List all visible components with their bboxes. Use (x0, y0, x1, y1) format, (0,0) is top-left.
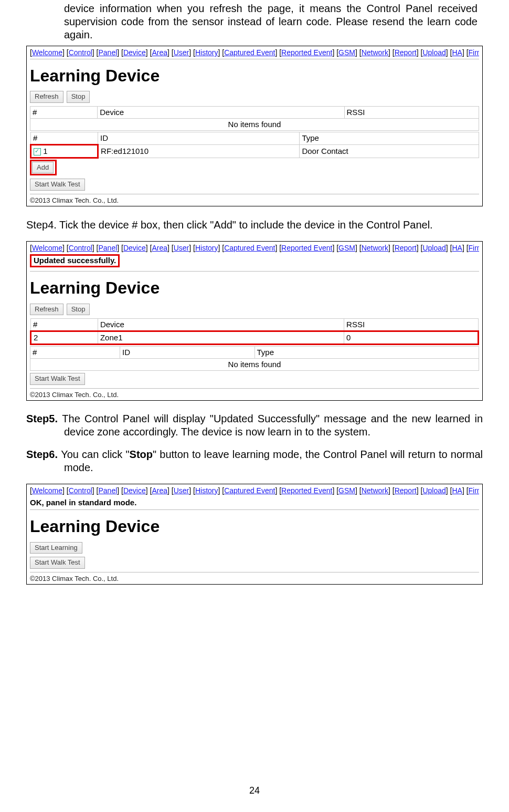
nav-device[interactable]: Device (123, 48, 146, 57)
row-num: 1 (43, 147, 47, 155)
copyright-2: ©2013 Climax Tech. Co., Ltd. (30, 391, 479, 399)
add-button-highlight: Add (30, 160, 57, 176)
nav-device[interactable]: Device (123, 244, 146, 252)
nav-captured[interactable]: Captured Event (224, 486, 275, 495)
no-items-row-2: No items found (30, 359, 479, 371)
col-num: # (30, 106, 98, 118)
zone-num: 2 (31, 331, 98, 345)
nav-upload[interactable]: Upload (422, 48, 446, 57)
nav-reported[interactable]: Reported Event (281, 48, 332, 57)
nav-gsm[interactable]: GSM (338, 244, 355, 252)
nav-ha[interactable]: HA (452, 48, 462, 57)
start-walk-test-button[interactable]: Start Walk Test (30, 179, 85, 191)
nav-report[interactable]: Report (395, 48, 417, 57)
col-num2: # (31, 132, 98, 144)
updated-successfully-msg: Updated successfully. (30, 254, 120, 267)
refresh-button[interactable]: Refresh (30, 304, 63, 316)
screenshot-2: [Welcome] [Control] [Panel] [Device] [Ar… (26, 241, 483, 401)
nav-captured[interactable]: Captured Event (224, 48, 275, 57)
step5-body: The Control Panel will display "Updated … (62, 413, 483, 438)
nav-captured[interactable]: Captured Event (224, 244, 275, 252)
start-walk-test-button[interactable]: Start Walk Test (30, 557, 85, 569)
page-title-3: Learning Device (30, 516, 479, 536)
col-type: Type (254, 347, 479, 359)
step6-stop-word: Stop (130, 449, 153, 460)
nav-area[interactable]: Area (152, 244, 167, 252)
nav-firmware[interactable]: Firmware (469, 244, 479, 252)
col-device: Device (98, 106, 344, 118)
nav-reported[interactable]: Reported Event (281, 486, 332, 495)
add-button[interactable]: Add (32, 162, 54, 174)
nav-report[interactable]: Report (395, 486, 417, 495)
nav-user[interactable]: User (174, 48, 189, 57)
checkbox-cell[interactable]: 1 (31, 144, 98, 158)
table-row: 1 RF:ed121010 Door Contact (31, 144, 479, 158)
copyright-3: ©2013 Climax Tech. Co., Ltd. (30, 575, 479, 583)
nav-firmware[interactable]: Firmware (469, 486, 479, 495)
zone-row: 2 Zone1 0 (31, 331, 479, 345)
nav-welcome[interactable]: Welcome (32, 486, 62, 495)
nav-network[interactable]: Network (362, 48, 388, 57)
step6-body1: You can click " (61, 449, 129, 460)
nav-ha[interactable]: HA (452, 486, 462, 495)
nav-links-3: [Welcome] [Control] [Panel] [Device] [Ar… (30, 486, 479, 495)
zone-dev: Zone1 (98, 331, 344, 345)
nav-links-1: [Welcome] [Control] [Panel] [Device] [Ar… (30, 48, 479, 57)
stop-button[interactable]: Stop (67, 304, 90, 316)
nav-report[interactable]: Report (395, 244, 417, 252)
nav-upload[interactable]: Upload (422, 244, 446, 252)
screenshot-3: [Welcome] [Control] [Panel] [Device] [Ar… (26, 484, 483, 585)
col-rssi: RSSI (344, 319, 479, 331)
nav-history[interactable]: History (195, 48, 218, 57)
row-id: RF:ed121010 (98, 144, 300, 158)
zone-rssi: 0 (344, 331, 479, 345)
learned-table-2: # ID Type No items found (30, 346, 479, 371)
nav-welcome[interactable]: Welcome (32, 244, 62, 252)
nav-panel[interactable]: Panel (98, 486, 117, 495)
nav-upload[interactable]: Upload (422, 486, 446, 495)
nav-panel[interactable]: Panel (98, 244, 117, 252)
step6-text: Step6. You can click "Stop" button to le… (64, 448, 483, 474)
row-type: Door Contact (300, 144, 479, 158)
col-type: Type (300, 132, 479, 144)
nav-user[interactable]: User (174, 244, 189, 252)
nav-area[interactable]: Area (152, 48, 167, 57)
nav-panel[interactable]: Panel (98, 48, 117, 57)
nav-links-2: [Welcome] [Control] [Panel] [Device] [Ar… (30, 244, 479, 253)
col-num: # (31, 319, 98, 331)
page-title-2: Learning Device (30, 278, 479, 298)
intro-text: device information when you refresh the … (64, 2, 478, 41)
nav-firmware[interactable]: Firmware (469, 48, 479, 57)
nav-reported[interactable]: Reported Event (281, 244, 332, 252)
detected-table-1: # Device RSSI No items found (30, 106, 479, 131)
step6-label: Step6. (26, 449, 61, 460)
nav-network[interactable]: Network (362, 486, 388, 495)
nav-network[interactable]: Network (362, 244, 388, 252)
screenshot-1: [Welcome] [Control] [Panel] [Device] [Ar… (26, 46, 483, 206)
checkbox-icon[interactable] (34, 148, 41, 155)
nav-control[interactable]: Control (69, 486, 92, 495)
nav-area[interactable]: Area (152, 486, 167, 495)
nav-gsm[interactable]: GSM (338, 48, 355, 57)
nav-gsm[interactable]: GSM (338, 486, 355, 495)
stop-button[interactable]: Stop (67, 91, 90, 103)
copyright-1: ©2013 Climax Tech. Co., Ltd. (30, 196, 479, 205)
nav-control[interactable]: Control (69, 244, 92, 252)
col-id: ID (120, 347, 255, 359)
page-title-1: Learning Device (30, 66, 479, 86)
detected-table-2: # Device RSSI 2 Zone1 0 (30, 318, 479, 345)
nav-control[interactable]: Control (69, 48, 92, 57)
nav-user[interactable]: User (174, 486, 189, 495)
nav-ha[interactable]: HA (452, 244, 462, 252)
col-num2: # (30, 347, 120, 359)
nav-welcome[interactable]: Welcome (32, 48, 62, 57)
no-items-row: No items found (30, 118, 479, 130)
learned-table-1: # ID Type 1 RF:ed121010 Door Contact (30, 132, 479, 159)
nav-history[interactable]: History (195, 486, 218, 495)
nav-device[interactable]: Device (123, 486, 146, 495)
step5-text: Step5. The Control Panel will display "U… (64, 412, 483, 439)
start-walk-test-button[interactable]: Start Walk Test (30, 373, 85, 385)
nav-history[interactable]: History (195, 244, 218, 252)
start-learning-button[interactable]: Start Learning (30, 542, 82, 554)
refresh-button[interactable]: Refresh (30, 91, 63, 103)
